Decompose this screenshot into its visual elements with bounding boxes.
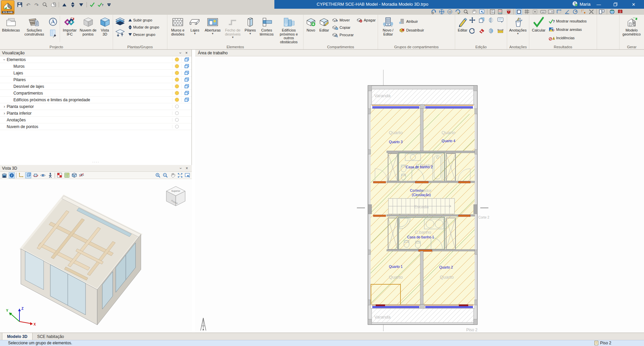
compartimento-procurar-button[interactable]: Procurar: [331, 32, 355, 38]
tree-item-elementos[interactable]: › Elementos: [0, 56, 192, 63]
protractor-icon[interactable]: [572, 9, 578, 15]
show-results-check-icon[interactable]: ?: [98, 2, 104, 8]
windows-layout-icon[interactable]: [599, 9, 605, 15]
selection-mode-icon[interactable]: [516, 9, 522, 15]
minimize-button[interactable]: —: [591, 0, 606, 9]
info-icon[interactable]: i: [9, 172, 15, 178]
help-book-icon[interactable]: [617, 9, 623, 15]
eye-view-icon[interactable]: [40, 172, 46, 178]
modelo-geometrico-button[interactable]: Modelo geométrico: [620, 16, 643, 37]
tree-item-anotacoes[interactable]: Anotações: [0, 117, 192, 123]
snap-point-icon[interactable]: [532, 9, 538, 15]
grid-icon[interactable]: [524, 9, 530, 15]
mostrar-resultados-button[interactable]: ?Mostrar resultados: [547, 18, 588, 24]
compartimento-editar-button[interactable]: Editar: [318, 16, 331, 33]
zoom-x2-icon[interactable]: ×2: [447, 9, 453, 15]
export-view-icon[interactable]: [184, 172, 191, 178]
pan-hand-icon[interactable]: [170, 172, 176, 178]
copy-tool-icon[interactable]: [479, 17, 485, 23]
tree-item-muros[interactable]: Muros: [0, 63, 192, 70]
redo-icon[interactable]: ↷: [34, 2, 40, 8]
solucoes-construtivas-button[interactable]: Soluções construtivas: [21, 16, 47, 37]
layers-toggle[interactable]: [181, 71, 192, 75]
tree-item-nuvem-pontos[interactable]: Nuvem de pontos: [0, 123, 192, 130]
vista-3d-button[interactable]: Vista 3D: [98, 16, 112, 37]
chevron-right-icon[interactable]: ›: [2, 104, 7, 109]
calculate-check-icon[interactable]: [89, 2, 95, 8]
compartimento-copiar-button[interactable]: Copiar: [331, 24, 355, 31]
orbit-view-icon[interactable]: [431, 9, 437, 15]
user-account[interactable]: Maria: [572, 1, 591, 7]
compartimento-mover-button[interactable]: Mover: [331, 17, 355, 23]
calcular-button[interactable]: Calcular: [530, 16, 547, 33]
atribuir-button[interactable]: Atribuir: [397, 18, 425, 25]
tab-modelo-3d[interactable]: Modelo 3D: [2, 333, 33, 340]
visibility-bulb[interactable]: [172, 98, 181, 102]
edificios-proximos-button[interactable]: Edifícios próximos e outros obstáculos: [275, 16, 302, 45]
edicao-editar-button[interactable]: Editar: [456, 16, 469, 33]
panel-close-icon[interactable]: ×: [183, 51, 190, 55]
drawing-canvas[interactable]: Varanda Quarto Quarto 3 Quarto Quarto 4 …: [195, 56, 644, 333]
restore-button[interactable]: [608, 0, 623, 9]
layers-toggle[interactable]: [181, 64, 192, 68]
solid-cube-icon[interactable]: [71, 172, 77, 178]
textures-icon[interactable]: [56, 172, 62, 178]
layers-toggle[interactable]: [181, 77, 192, 82]
panel-splitter[interactable]: ····: [0, 161, 192, 165]
ortho-mode-icon[interactable]: [580, 9, 586, 15]
pilares-button[interactable]: Pilares ▼: [243, 16, 258, 36]
plantas-layers-button[interactable]: [114, 16, 126, 27]
visibility-bulb[interactable]: [172, 105, 181, 108]
keyboard-input-icon[interactable]: [540, 9, 546, 15]
mirror-tool-icon[interactable]: [488, 28, 494, 34]
cortes-termicos-button[interactable]: Cortes térmicos: [258, 16, 275, 37]
chevron-down-icon[interactable]: ›: [2, 57, 7, 62]
object-snap-magnet-icon[interactable]: [505, 9, 512, 15]
move-tool-icon[interactable]: [469, 17, 475, 23]
layers-view-icon[interactable]: [1, 172, 7, 178]
zoom-out-icon[interactable]: [162, 172, 168, 178]
redraw-icon[interactable]: [455, 9, 461, 15]
tree-item-edificios-proximos[interactable]: Edifícios próximos e limites da propried…: [0, 97, 192, 103]
pan-view-icon[interactable]: [439, 9, 445, 15]
mirror-copy-tool-icon[interactable]: [488, 17, 494, 23]
crop-region-icon[interactable]: [556, 9, 562, 15]
grupo-novo-editar-button[interactable]: Novo / Editar: [379, 16, 397, 37]
visibility-bulb[interactable]: [172, 58, 181, 61]
panel-collapse-icon[interactable]: ›: [178, 165, 183, 171]
floor-indicator[interactable]: Piso 2: [594, 341, 611, 345]
building-position-button[interactable]: [47, 28, 59, 39]
3d-viewport[interactable]: Superior Frontal Z Y X: [0, 179, 192, 333]
layers-toggle[interactable]: [181, 84, 192, 89]
measure-tool-icon[interactable]: [497, 28, 503, 34]
tree-item-lajes[interactable]: Lajes: [0, 70, 192, 76]
layers-toggle[interactable]: [181, 91, 192, 95]
orientation-compass-button[interactable]: [47, 16, 59, 27]
visibility-bulb[interactable]: [172, 71, 181, 75]
axes-icon[interactable]: [18, 172, 24, 178]
visibility-bulb[interactable]: [172, 125, 181, 128]
tree-item-pilares[interactable]: Pilares: [0, 76, 192, 83]
app-button[interactable]: SCE-HAB: [1, 0, 14, 14]
zoom-window-icon[interactable]: [155, 172, 161, 178]
fecho-de-desniveis-button[interactable]: Fecho de desníveis ▼: [223, 16, 243, 39]
incidencias-button[interactable]: Incidências: [547, 35, 588, 41]
go-up-group-icon[interactable]: [61, 2, 67, 8]
go-down-group-icon[interactable]: [78, 2, 84, 8]
panel-close-icon[interactable]: ×: [184, 166, 190, 171]
scale-icon[interactable]: 1.00: [548, 9, 554, 15]
visibility-bulb[interactable]: [172, 84, 181, 88]
zoom-window-icon[interactable]: [463, 9, 469, 15]
bibliotecas-button[interactable]: Bibliotecas: [1, 16, 21, 33]
pan-hand-icon[interactable]: [471, 9, 477, 15]
visibility-bulb[interactable]: [172, 111, 181, 115]
anotacoes-button[interactable]: Anotações ▼: [508, 16, 528, 36]
quickbar-options-icon[interactable]: [106, 2, 112, 8]
visibility-bulb[interactable]: [172, 78, 181, 81]
walkthrough-icon[interactable]: [47, 172, 53, 178]
descer-grupo-button[interactable]: Descer grupo: [127, 32, 161, 37]
nuvem-de-pontos-button[interactable]: Nuvem de pontos: [78, 16, 98, 37]
tools-icon[interactable]: [588, 9, 594, 15]
floor-plan[interactable]: Varanda Quarto Quarto 3 Quarto Quarto 4 …: [356, 67, 493, 332]
visibility-bulb[interactable]: [172, 91, 181, 95]
